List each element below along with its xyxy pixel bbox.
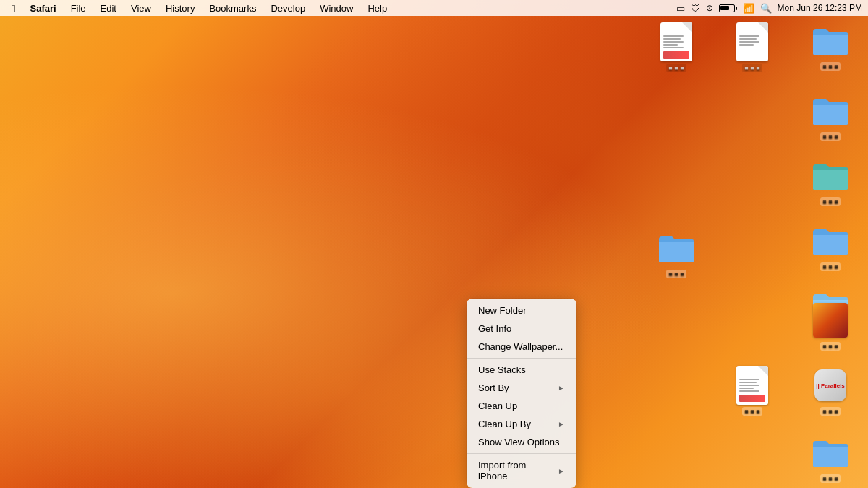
- help-menu[interactable]: Help: [362, 1, 393, 15]
- menu-item-import-iphone[interactable]: Import from iPhone ►: [468, 456, 575, 485]
- folder-r2-label: ■ ■ ■: [820, 197, 840, 206]
- menu-separator-1: [467, 358, 576, 359]
- menu-separator-2: [467, 453, 576, 454]
- app-name[interactable]: Safari: [24, 1, 61, 15]
- desktop-icon-folder-bottom[interactable]: ■ ■ ■: [801, 432, 859, 483]
- develop-menu[interactable]: Develop: [265, 1, 311, 15]
- menu-item-sort-by[interactable]: Sort By ►: [468, 379, 575, 397]
- photo-label: ■ ■ ■: [820, 342, 840, 351]
- menu-item-new-folder[interactable]: New Folder: [468, 301, 575, 320]
- doc1-label: ■ ■ ■: [666, 64, 686, 72]
- desktop-icon-folder-top[interactable]: ■ ■ ■: [801, 20, 859, 71]
- edit-menu[interactable]: Edit: [95, 1, 122, 15]
- menu-item-get-info[interactable]: Get Info: [468, 320, 575, 338]
- datetime: Mon Jun 26 12:23 PM: [778, 3, 862, 13]
- desktop-icon-doc-bottom[interactable]: ■ ■ ■: [723, 365, 781, 416]
- bookmarks-menu[interactable]: Bookmarks: [203, 1, 262, 15]
- menu-item-change-wallpaper[interactable]: Change Wallpaper...: [468, 338, 575, 356]
- parallels-text: || Parallels: [816, 382, 845, 389]
- menu-item-clean-up-by[interactable]: Clean Up By ►: [468, 415, 575, 433]
- desktop-icon-doc2[interactable]: ■ ■ ■: [723, 22, 781, 72]
- desktop-icon-folder-r1[interactable]: ■ ■ ■: [801, 90, 859, 141]
- window-menu[interactable]: Window: [314, 1, 359, 15]
- battery-icon: [719, 4, 737, 12]
- airplay-icon: ▭: [676, 3, 685, 14]
- wifi-icon: 📶: [743, 3, 754, 14]
- apple-menu[interactable]: : [6, 2, 21, 14]
- spotlight-icon: ⊙: [706, 3, 713, 13]
- file-menu[interactable]: File: [65, 1, 92, 15]
- shield-icon: 🛡: [691, 3, 700, 14]
- folder-mid-label: ■ ■ ■: [666, 270, 686, 278]
- import-iphone-chevron: ►: [558, 467, 565, 475]
- desktop-icon-folder-mid[interactable]: ■ ■ ■: [647, 228, 705, 278]
- menu-item-show-view-options[interactable]: Show View Options: [468, 433, 575, 451]
- folder-r1-label: ■ ■ ■: [820, 132, 840, 141]
- menu-item-clean-up[interactable]: Clean Up: [468, 397, 575, 415]
- desktop-icon-photo[interactable]: ■ ■ ■: [801, 300, 859, 351]
- folder-top-label: ■ ■ ■: [820, 62, 840, 71]
- menu-item-use-stacks[interactable]: Use Stacks: [468, 361, 575, 379]
- history-menu[interactable]: History: [160, 1, 200, 15]
- sort-by-chevron: ►: [558, 384, 565, 392]
- folder-bottom-label: ■ ■ ■: [820, 474, 840, 483]
- doc2-label: ■ ■ ■: [742, 64, 762, 72]
- folder-r3-label: ■ ■ ■: [820, 262, 840, 271]
- parallels-label: ■ ■ ■: [820, 407, 840, 416]
- desktop-icon-parallels[interactable]: || Parallels ■ ■ ■: [801, 365, 859, 416]
- finder-icon: 🔍: [760, 3, 772, 14]
- context-menu: New Folder Get Info Change Wallpaper... …: [467, 299, 576, 488]
- clean-up-by-chevron: ►: [558, 420, 565, 428]
- desktop-icon-doc1[interactable]: ■ ■ ■: [647, 22, 705, 72]
- view-menu[interactable]: View: [125, 1, 157, 15]
- menubar:  Safari File Edit View History Bookmark…: [0, 0, 868, 16]
- desktop-icon-folder-r2[interactable]: ■ ■ ■: [801, 155, 859, 206]
- doc-bottom-label: ■ ■ ■: [742, 407, 762, 416]
- desktop-icon-folder-r3[interactable]: ■ ■ ■: [801, 221, 859, 271]
